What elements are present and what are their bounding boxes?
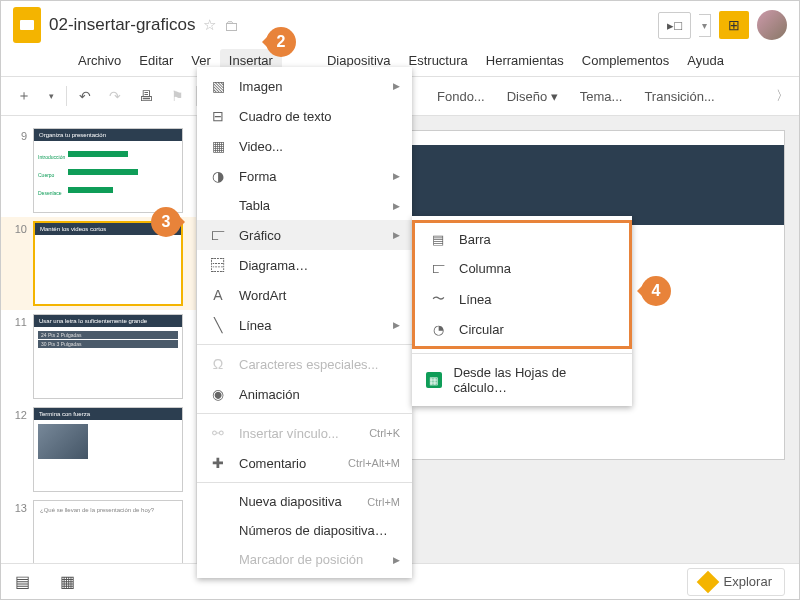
new-slide-drop[interactable]: ▾	[43, 87, 60, 105]
fondo-button[interactable]: Fondo...	[429, 85, 493, 108]
transicion-button[interactable]: Transición...	[636, 85, 722, 108]
link-icon: ⚯	[209, 425, 227, 441]
filmstrip-view[interactable]: ▤	[15, 572, 30, 591]
thumbnail-panel: 9 Organiza tu presentación Introducción …	[1, 116, 196, 584]
chart-options-highlight: ▤Barra ⫍Columna 〜Línea ◔Circular	[412, 220, 632, 349]
tema-button[interactable]: Tema...	[572, 85, 631, 108]
apps-button[interactable]: ⊞	[719, 11, 749, 39]
line-chart-icon: 〜	[429, 290, 447, 308]
insert-nueva[interactable]: Nueva diapositivaCtrl+M	[197, 487, 412, 516]
new-slide-tool[interactable]: ＋	[11, 83, 37, 109]
print-tool[interactable]: 🖶	[133, 84, 159, 108]
insert-marcador: Marcador de posición▶	[197, 545, 412, 574]
thumb-11[interactable]: 11 Usar una letra lo suficientemente gra…	[1, 310, 196, 403]
insert-imagen[interactable]: ▧Imagen▶	[197, 71, 412, 101]
insert-animacion[interactable]: ◉Animación	[197, 379, 412, 409]
special-icon: Ω	[209, 356, 227, 372]
shape-icon: ◑	[209, 168, 227, 184]
insert-tabla[interactable]: Tabla▶	[197, 191, 412, 220]
present-button[interactable]: ▸□	[658, 12, 691, 39]
titlebar: 02-insertar-graficos ☆ 🗀 ▸□ ▾ ⊞	[1, 1, 799, 49]
grid-view[interactable]: ▦	[60, 572, 75, 591]
insert-video[interactable]: ▦Video...	[197, 131, 412, 161]
chart-columna[interactable]: ⫍Columna	[415, 254, 629, 283]
chart-submenu: ▤Barra ⫍Columna 〜Línea ◔Circular ▦Desde …	[412, 216, 632, 406]
textbox-icon: ⊟	[209, 108, 227, 124]
insert-caracteres: ΩCaracteres especiales...	[197, 349, 412, 379]
undo-tool[interactable]: ↶	[73, 84, 97, 108]
callout-3: 3	[151, 207, 181, 237]
animation-icon: ◉	[209, 386, 227, 402]
chart-linea[interactable]: 〜Línea	[415, 283, 629, 315]
chart-sheets[interactable]: ▦Desde las Hojas de cálculo…	[412, 358, 632, 402]
sheets-icon: ▦	[426, 372, 442, 388]
line-icon: ╲	[209, 317, 227, 333]
chart-circular[interactable]: ◔Circular	[415, 315, 629, 344]
diagram-icon: ⿳	[209, 257, 227, 273]
insert-cuadro[interactable]: ⊟Cuadro de texto	[197, 101, 412, 131]
column-icon: ⫍	[429, 261, 447, 276]
insert-linea[interactable]: ╲Línea▶	[197, 310, 412, 340]
paint-tool[interactable]: ⚑	[165, 84, 190, 108]
insert-forma[interactable]: ◑Forma▶	[197, 161, 412, 191]
menu-ayuda[interactable]: Ayuda	[678, 49, 733, 72]
insert-numeros[interactable]: Números de diapositiva…	[197, 516, 412, 545]
image-icon: ▧	[209, 78, 227, 94]
pie-icon: ◔	[429, 322, 447, 337]
explore-icon	[696, 570, 719, 593]
document-title[interactable]: 02-insertar-graficos	[49, 15, 195, 35]
chart-icon: ⫍	[209, 227, 227, 243]
menu-complementos[interactable]: Complementos	[573, 49, 678, 72]
comment-icon: ✚	[209, 455, 227, 471]
video-icon: ▦	[209, 138, 227, 154]
collapse-icon[interactable]: 〉	[776, 87, 789, 105]
menu-archivo[interactable]: Archivo	[69, 49, 130, 72]
user-avatar[interactable]	[757, 10, 787, 40]
present-dropdown[interactable]: ▾	[699, 14, 711, 37]
bar-icon: ▤	[429, 232, 447, 247]
slides-logo-icon[interactable]	[13, 7, 41, 43]
callout-4: 4	[641, 276, 671, 306]
diseno-button[interactable]: Diseño ▾	[499, 85, 566, 108]
wordart-icon: A	[209, 287, 227, 303]
menu-herramientas[interactable]: Herramientas	[477, 49, 573, 72]
thumb-12[interactable]: 12 Termina con fuerza	[1, 403, 196, 496]
explore-button[interactable]: Explorar	[687, 568, 785, 596]
insert-diagrama[interactable]: ⿳Diagrama…	[197, 250, 412, 280]
insert-wordart[interactable]: AWordArt	[197, 280, 412, 310]
callout-2: 2	[266, 27, 296, 57]
menu-editar[interactable]: Editar	[130, 49, 182, 72]
thumb-9[interactable]: 9 Organiza tu presentación Introducción …	[1, 124, 196, 217]
insert-vinculo: ⚯Insertar vínculo...Ctrl+K	[197, 418, 412, 448]
star-icon[interactable]: ☆	[203, 16, 216, 34]
redo-tool[interactable]: ↷	[103, 84, 127, 108]
folder-icon[interactable]: 🗀	[224, 17, 239, 34]
chart-barra[interactable]: ▤Barra	[415, 225, 629, 254]
insert-dropdown: ▧Imagen▶ ⊟Cuadro de texto ▦Video... ◑For…	[197, 67, 412, 578]
insert-comentario[interactable]: ✚ComentarioCtrl+Alt+M	[197, 448, 412, 478]
insert-grafico[interactable]: ⫍Gráfico▶	[197, 220, 412, 250]
